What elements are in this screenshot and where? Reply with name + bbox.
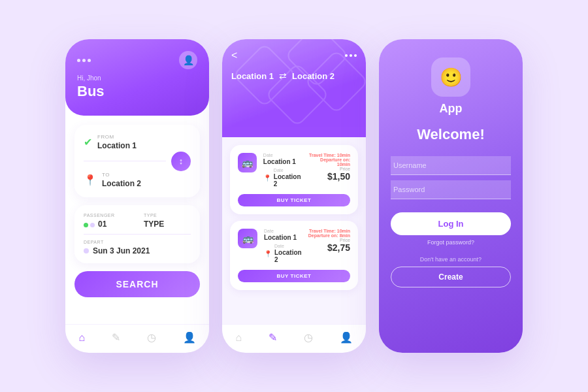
card1-from: Location 1: [263, 158, 301, 165]
menu-dots: [77, 59, 91, 62]
bus-icon-2: 🚌: [238, 229, 257, 248]
passenger-type-card: PASSENGER 01 TYPE TYPE DEPART: [74, 205, 200, 263]
screen2-header: < Location 1 ⇄ Location 2: [222, 39, 366, 137]
passenger-label: PASSENGER: [84, 213, 131, 218]
screen1-title: Bus: [77, 83, 197, 100]
card2-to: Location 2: [274, 249, 302, 263]
screen1-phone: 👤 Hi, Jhon Bus ✔ FROM Location 1 📍 TO: [65, 39, 209, 353]
menu-dots: [345, 54, 357, 57]
to-label: TO: [102, 172, 141, 178]
card1-depart: Departure on: 10min: [308, 157, 350, 167]
depart-value: Sun 3 Jun 2021: [93, 246, 150, 255]
greeting-text: Hi, Jhon: [77, 74, 197, 82]
from-icon: ✔: [84, 136, 92, 148]
card1-from-sub: Date: [263, 153, 301, 157]
nav-edit-icon[interactable]: ✎: [112, 331, 120, 344]
username-input[interactable]: [391, 156, 511, 175]
app-icon: 🙂: [431, 57, 470, 97]
password-input[interactable]: [391, 180, 511, 199]
buy-button-2[interactable]: BUY TICKET: [238, 270, 350, 282]
card2-price-label: Price: [308, 238, 350, 242]
pass-dot-1: [84, 223, 88, 227]
bottom-nav: ⌂ ✎ ◷ 👤: [65, 324, 209, 353]
route-card: ✔ FROM Location 1 📍 TO Location 2 ↕: [74, 125, 200, 197]
nav-home-icon[interactable]: ⌂: [78, 332, 85, 344]
type-label: TYPE: [144, 213, 191, 218]
back-button[interactable]: <: [231, 50, 237, 61]
login-form: [391, 156, 511, 199]
from-value: Location 1: [97, 141, 137, 150]
from-label: FROM: [97, 134, 137, 140]
card2-from: Location 1: [264, 234, 302, 241]
screen2-phone: < Location 1 ⇄ Location 2 🚌 Date Locatio…: [222, 39, 366, 353]
passenger-count: 01: [98, 220, 106, 229]
card1-price: $1,50: [308, 171, 350, 182]
card1-to-sub: Date: [274, 168, 301, 172]
screen1-header: 👤 Hi, Jhon Bus: [65, 39, 209, 116]
depart-label: DEPART: [84, 240, 191, 244]
screen1-body: ✔ FROM Location 1 📍 TO Location 2 ↕: [65, 116, 209, 324]
card2-price: $2,75: [308, 242, 350, 253]
card1-travel: Travel Time: 10min: [308, 153, 350, 157]
nav-clock-icon[interactable]: ◷: [147, 331, 156, 344]
swap-button[interactable]: ↕: [171, 152, 191, 171]
forgot-password-link[interactable]: Forgot password?: [427, 239, 474, 246]
pass-dot-2: [90, 223, 95, 227]
card2-travel: Travel Time: 10min: [308, 229, 350, 233]
welcome-text: Welcome!: [417, 126, 485, 143]
nav2-clock-icon[interactable]: ◷: [304, 331, 313, 344]
screen3-background: 🙂 App Welcome! Log In Forgot password? D…: [379, 39, 523, 353]
nav-profile-icon[interactable]: 👤: [183, 331, 196, 344]
bus-icon-1: 🚌: [238, 153, 257, 172]
screen2-topbar: <: [231, 50, 357, 61]
route-to: Location 2: [292, 71, 335, 81]
card2-from-sub: Date: [264, 229, 302, 233]
route-arrow: ⇄: [279, 71, 287, 81]
nav2-profile-icon[interactable]: 👤: [340, 331, 353, 344]
to-icon: 📍: [84, 174, 97, 186]
card2-depart: Departure on: 8min: [308, 233, 350, 238]
screen3-phone: 🙂 App Welcome! Log In Forgot password? D…: [379, 39, 523, 353]
avatar-icon[interactable]: 👤: [179, 51, 197, 69]
route-from: Location 1: [231, 71, 274, 81]
nav2-home-icon[interactable]: ⌂: [235, 332, 242, 344]
ticket-card-1: 🚌 Date Location 1 📍 Date Location 2 Trav…: [230, 145, 358, 214]
create-button[interactable]: Create: [391, 267, 511, 287]
nav2-edit-icon[interactable]: ✎: [269, 331, 277, 344]
to-value: Location 2: [102, 179, 141, 188]
buy-button-1[interactable]: BUY TICKET: [238, 194, 350, 206]
no-account-text: Don't have an account?: [420, 256, 482, 263]
screen2-body: 🚌 Date Location 1 📍 Date Location 2 Trav…: [222, 137, 366, 324]
type-value: TYPE: [144, 220, 191, 229]
card2-to-sub: Date: [274, 244, 302, 248]
card1-price-label: Price: [308, 167, 350, 171]
app-name: App: [440, 102, 463, 116]
login-button[interactable]: Log In: [391, 212, 511, 235]
ticket-card-2: 🚌 Date Location 1 📍 Date Location 2 Trav…: [230, 221, 358, 290]
calendar-dot: [84, 248, 89, 253]
screen1-topbar: 👤: [77, 51, 197, 69]
card1-to: Location 2: [274, 173, 301, 188]
screen2-bottom-nav: ⌂ ✎ ◷ 👤: [222, 324, 366, 353]
route-display: Location 1 ⇄ Location 2: [231, 71, 357, 81]
search-button[interactable]: SEARCH: [74, 271, 200, 297]
